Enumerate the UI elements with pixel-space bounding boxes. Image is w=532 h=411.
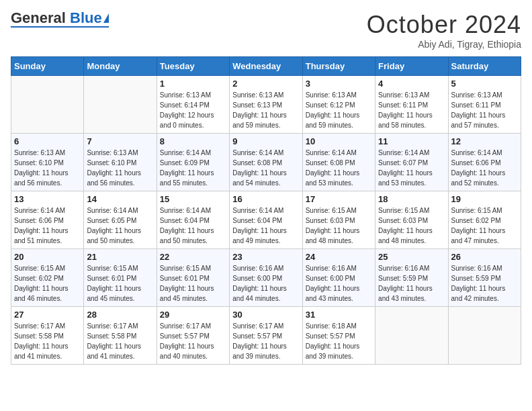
day-number: 22 (160, 252, 226, 262)
logo-underline (11, 26, 109, 28)
table-row: 5Sunrise: 6:13 AM Sunset: 6:11 PM Daylig… (448, 76, 521, 134)
col-thursday: Thursday (302, 57, 375, 76)
day-number: 30 (232, 310, 299, 320)
table-row: 8Sunrise: 6:14 AM Sunset: 6:09 PM Daylig… (157, 134, 229, 191)
day-info: Sunrise: 6:14 AM Sunset: 6:08 PM Dayligh… (306, 148, 372, 188)
day-info: Sunrise: 6:15 AM Sunset: 6:03 PM Dayligh… (378, 205, 445, 246)
title-section: October 2024 Abiy Adi, Tigray, Ethiopia (367, 11, 521, 50)
day-number: 15 (160, 194, 226, 204)
table-row: 18Sunrise: 6:15 AM Sunset: 6:03 PM Dayli… (375, 191, 448, 249)
day-number: 27 (14, 310, 81, 320)
table-row: 1Sunrise: 6:13 AM Sunset: 6:14 PM Daylig… (157, 76, 229, 134)
table-row: 26Sunrise: 6:16 AM Sunset: 5:59 PM Dayli… (448, 249, 521, 307)
day-number: 28 (87, 310, 153, 320)
table-row: 25Sunrise: 6:16 AM Sunset: 5:59 PM Dayli… (375, 249, 448, 307)
day-number: 1 (160, 79, 226, 89)
calendar-week-row: 13Sunrise: 6:14 AM Sunset: 6:06 PM Dayli… (11, 191, 521, 249)
calendar-table: Sunday Monday Tuesday Wednesday Thursday… (11, 56, 521, 365)
table-row: 12Sunrise: 6:14 AM Sunset: 6:06 PM Dayli… (448, 134, 521, 191)
day-info: Sunrise: 6:14 AM Sunset: 6:04 PM Dayligh… (160, 205, 226, 246)
day-number: 16 (232, 194, 299, 204)
day-number: 5 (451, 79, 518, 89)
table-row: 29Sunrise: 6:17 AM Sunset: 5:57 PM Dayli… (157, 307, 229, 365)
day-number: 19 (451, 194, 518, 204)
calendar-week-row: 1Sunrise: 6:13 AM Sunset: 6:14 PM Daylig… (11, 76, 521, 134)
table-row: 10Sunrise: 6:14 AM Sunset: 6:08 PM Dayli… (302, 134, 375, 191)
day-info: Sunrise: 6:15 AM Sunset: 6:01 PM Dayligh… (87, 263, 153, 304)
day-info: Sunrise: 6:14 AM Sunset: 6:06 PM Dayligh… (451, 148, 518, 188)
table-row: 3Sunrise: 6:13 AM Sunset: 6:12 PM Daylig… (302, 76, 375, 134)
table-row (11, 76, 84, 134)
day-number: 10 (306, 136, 372, 146)
col-friday: Friday (375, 57, 448, 76)
logo: General Blue (11, 11, 109, 28)
day-info: Sunrise: 6:15 AM Sunset: 6:02 PM Dayligh… (451, 205, 518, 246)
day-info: Sunrise: 6:13 AM Sunset: 6:13 PM Dayligh… (232, 90, 299, 130)
day-number: 9 (232, 136, 299, 146)
day-info: Sunrise: 6:16 AM Sunset: 5:59 PM Dayligh… (378, 263, 445, 304)
col-monday: Monday (84, 57, 157, 76)
table-row (375, 307, 448, 365)
day-info: Sunrise: 6:15 AM Sunset: 6:02 PM Dayligh… (14, 263, 81, 304)
day-info: Sunrise: 6:13 AM Sunset: 6:12 PM Dayligh… (306, 90, 372, 130)
day-info: Sunrise: 6:17 AM Sunset: 5:57 PM Dayligh… (232, 321, 299, 361)
day-info: Sunrise: 6:17 AM Sunset: 5:58 PM Dayligh… (87, 321, 153, 361)
day-info: Sunrise: 6:16 AM Sunset: 6:00 PM Dayligh… (232, 263, 299, 304)
day-number: 13 (14, 194, 81, 204)
table-row: 6Sunrise: 6:13 AM Sunset: 6:10 PM Daylig… (11, 134, 84, 191)
day-number: 23 (232, 252, 299, 262)
table-row: 16Sunrise: 6:14 AM Sunset: 6:04 PM Dayli… (230, 191, 302, 249)
page-header: General Blue October 2024 Abiy Adi, Tigr… (11, 11, 521, 50)
table-row: 14Sunrise: 6:14 AM Sunset: 6:05 PM Dayli… (84, 191, 157, 249)
calendar-week-row: 27Sunrise: 6:17 AM Sunset: 5:58 PM Dayli… (11, 307, 521, 365)
table-row (448, 307, 521, 365)
col-sunday: Sunday (11, 57, 84, 76)
table-row: 21Sunrise: 6:15 AM Sunset: 6:01 PM Dayli… (84, 249, 157, 307)
day-info: Sunrise: 6:17 AM Sunset: 5:57 PM Dayligh… (160, 321, 226, 361)
table-row: 4Sunrise: 6:13 AM Sunset: 6:11 PM Daylig… (375, 76, 448, 134)
day-number: 20 (14, 252, 81, 262)
table-row: 23Sunrise: 6:16 AM Sunset: 6:00 PM Dayli… (230, 249, 302, 307)
table-row (84, 76, 157, 134)
day-number: 2 (232, 79, 299, 89)
day-info: Sunrise: 6:13 AM Sunset: 6:11 PM Dayligh… (378, 90, 445, 130)
day-number: 14 (87, 194, 153, 204)
day-info: Sunrise: 6:13 AM Sunset: 6:14 PM Dayligh… (160, 90, 226, 130)
table-row: 15Sunrise: 6:14 AM Sunset: 6:04 PM Dayli… (157, 191, 229, 249)
month-title: October 2024 (367, 11, 521, 39)
day-info: Sunrise: 6:13 AM Sunset: 6:10 PM Dayligh… (87, 148, 153, 188)
day-info: Sunrise: 6:14 AM Sunset: 6:07 PM Dayligh… (378, 148, 445, 188)
table-row: 9Sunrise: 6:14 AM Sunset: 6:08 PM Daylig… (230, 134, 302, 191)
day-number: 29 (160, 310, 226, 320)
day-number: 8 (160, 136, 226, 146)
col-saturday: Saturday (448, 57, 521, 76)
day-info: Sunrise: 6:14 AM Sunset: 6:08 PM Dayligh… (232, 148, 299, 188)
table-row: 19Sunrise: 6:15 AM Sunset: 6:02 PM Dayli… (448, 191, 521, 249)
table-row: 28Sunrise: 6:17 AM Sunset: 5:58 PM Dayli… (84, 307, 157, 365)
col-tuesday: Tuesday (157, 57, 229, 76)
day-number: 18 (378, 194, 445, 204)
day-info: Sunrise: 6:15 AM Sunset: 6:03 PM Dayligh… (306, 205, 372, 246)
day-info: Sunrise: 6:14 AM Sunset: 6:05 PM Dayligh… (87, 205, 153, 246)
table-row: 13Sunrise: 6:14 AM Sunset: 6:06 PM Dayli… (11, 191, 84, 249)
day-info: Sunrise: 6:13 AM Sunset: 6:11 PM Dayligh… (451, 90, 518, 130)
day-number: 24 (306, 252, 372, 262)
day-number: 11 (378, 136, 445, 146)
table-row: 11Sunrise: 6:14 AM Sunset: 6:07 PM Dayli… (375, 134, 448, 191)
table-row: 27Sunrise: 6:17 AM Sunset: 5:58 PM Dayli… (11, 307, 84, 365)
day-info: Sunrise: 6:15 AM Sunset: 6:01 PM Dayligh… (160, 263, 226, 304)
day-number: 12 (451, 136, 518, 146)
day-number: 3 (306, 79, 372, 89)
table-row: 20Sunrise: 6:15 AM Sunset: 6:02 PM Dayli… (11, 249, 84, 307)
day-number: 25 (378, 252, 445, 262)
table-row: 24Sunrise: 6:16 AM Sunset: 6:00 PM Dayli… (302, 249, 375, 307)
day-info: Sunrise: 6:14 AM Sunset: 6:04 PM Dayligh… (232, 205, 299, 246)
table-row: 22Sunrise: 6:15 AM Sunset: 6:01 PM Dayli… (157, 249, 229, 307)
table-row: 30Sunrise: 6:17 AM Sunset: 5:57 PM Dayli… (230, 307, 302, 365)
day-number: 6 (14, 136, 81, 146)
day-number: 4 (378, 79, 445, 89)
calendar-week-row: 6Sunrise: 6:13 AM Sunset: 6:10 PM Daylig… (11, 134, 521, 191)
calendar-week-row: 20Sunrise: 6:15 AM Sunset: 6:02 PM Dayli… (11, 249, 521, 307)
day-info: Sunrise: 6:14 AM Sunset: 6:09 PM Dayligh… (160, 148, 226, 188)
table-row: 17Sunrise: 6:15 AM Sunset: 6:03 PM Dayli… (302, 191, 375, 249)
